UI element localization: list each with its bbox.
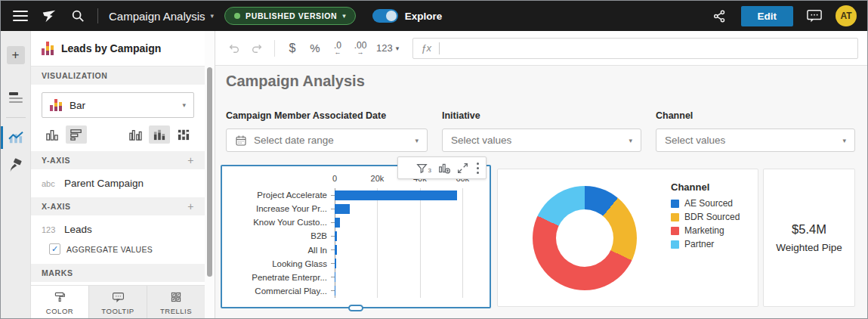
chevron-down-icon: ▾: [629, 137, 632, 144]
tab-tooltip[interactable]: TOOLTIP: [89, 286, 147, 319]
add-y-axis-field-button[interactable]: +: [187, 154, 194, 166]
legend-title: Channel: [671, 181, 740, 193]
kpi-value: $5.4M: [792, 222, 826, 237]
bar[interactable]: [335, 218, 340, 228]
search-icon[interactable]: [69, 7, 87, 25]
bar[interactable]: [335, 286, 335, 296]
add-page-button[interactable]: +: [7, 46, 25, 64]
number-format-select[interactable]: 123 ▾: [373, 42, 402, 54]
redo-icon[interactable]: [247, 39, 267, 58]
text-type-icon: abc: [42, 179, 58, 188]
element-config-icon[interactable]: [1, 124, 31, 151]
bar[interactable]: [335, 245, 337, 255]
decrease-decimal-icon[interactable]: .0←: [328, 39, 348, 58]
filter-initiative: Initiative Select values ▾: [442, 110, 641, 152]
x-axis-field[interactable]: 123 Leads: [31, 215, 205, 243]
legend-item: Partner: [671, 239, 740, 249]
bar[interactable]: [335, 204, 350, 214]
explore-label: Explore: [405, 11, 443, 22]
workbook-title-menu[interactable]: Campaign Analysis ▾: [109, 10, 214, 23]
tooltip-icon: [112, 291, 125, 303]
currency-format-icon[interactable]: $: [283, 39, 302, 58]
fx-icon: ƒx: [421, 42, 431, 54]
app-logo-icon[interactable]: [40, 7, 58, 25]
legend-label: AE Sourced: [684, 198, 733, 209]
scrollbar-thumb[interactable]: [207, 67, 212, 277]
donut-chart: [533, 186, 637, 290]
published-version-badge[interactable]: PUBLISHED VERSION ▾: [224, 7, 356, 25]
filter-count: 3: [428, 167, 431, 174]
status-dot-icon: [234, 13, 240, 19]
page-title: Campaign Analysis: [226, 73, 365, 90]
increase-decimal-icon[interactable]: .00→: [351, 39, 370, 58]
format-brush-icon[interactable]: [1, 151, 31, 178]
maximize-icon[interactable]: [456, 157, 470, 178]
viz-type-select[interactable]: Bar ▾: [42, 92, 194, 118]
legend-swatch: [671, 200, 679, 208]
menu-icon[interactable]: [11, 7, 29, 25]
channel-select[interactable]: Select values ▾: [656, 129, 855, 152]
chevron-down-icon: ▾: [842, 137, 846, 144]
outline-icon[interactable]: [1, 84, 31, 111]
add-x-axis-field-button[interactable]: +: [187, 200, 194, 212]
chevron-down-icon: ▾: [396, 45, 400, 52]
explore-toggle-group: Explore: [372, 9, 443, 23]
filter-icon[interactable]: 3: [415, 157, 433, 178]
chart-legend: Channel AE SourcedBDR SourcedMarketingPa…: [671, 181, 740, 252]
formula-bar[interactable]: ƒx: [412, 38, 858, 59]
undo-icon[interactable]: [224, 39, 244, 58]
bar-row: B2B: [228, 229, 477, 243]
paint-roller-icon: [54, 291, 66, 303]
stacked-bar-icon[interactable]: [149, 125, 170, 144]
bar[interactable]: [335, 272, 335, 282]
date-range-select[interactable]: Select date range ▾: [226, 129, 428, 152]
marks-section-header: MARKS: [31, 264, 205, 282]
percent-stacked-bar-icon[interactable]: [173, 125, 194, 144]
bar-row: Penetrate Enterpr...: [228, 271, 477, 284]
category-label: B2B: [228, 231, 327, 240]
marks-tabs: COLOR TOOLTIP: [31, 285, 205, 319]
x-tick-label: 0: [332, 174, 337, 183]
chevron-down-icon: ▾: [415, 137, 419, 144]
legend-item: AE Sourced: [671, 198, 740, 209]
drag-handle-icon[interactable]: [402, 157, 411, 178]
format-toolbar: $ % .0← .00→ 123 ▾ ƒx: [215, 31, 867, 66]
workbook-title: Campaign Analysis: [109, 10, 205, 23]
percent-format-icon[interactable]: %: [305, 39, 325, 58]
bar[interactable]: [335, 190, 457, 200]
legend-label: BDR Sourced: [684, 212, 740, 222]
tab-color[interactable]: COLOR: [31, 286, 89, 319]
initiative-select[interactable]: Select values ▾: [442, 129, 641, 152]
share-icon[interactable]: [711, 7, 729, 25]
app-window: Campaign Analysis ▾ PUBLISHED VERSION ▾ …: [0, 0, 868, 319]
donut-chart-card[interactable]: Channel AE SourcedBDR SourcedMarketingPa…: [497, 169, 758, 307]
filter-date: Campaign Member Associated Date: [226, 110, 428, 152]
edit-button[interactable]: Edit: [741, 6, 794, 26]
grouped-bar-icon[interactable]: [125, 125, 146, 144]
more-options-icon[interactable]: [474, 157, 482, 178]
aggregate-values-row: ✓ AGGREGATE VALUES: [31, 243, 205, 264]
bar[interactable]: [335, 231, 337, 241]
kpi-label: Weighted Pipe: [776, 242, 842, 253]
tab-trellis[interactable]: TRELLIS: [147, 286, 205, 319]
bar-chart-card[interactable]: 020k40k60k Project AccelerateIncrease Yo…: [221, 165, 491, 308]
number-type-icon: 123: [42, 225, 58, 234]
horizontal-bar-icon[interactable]: [66, 125, 87, 144]
x-axis-section-header: X-AXIS +: [31, 197, 205, 215]
explore-toggle[interactable]: [372, 9, 398, 23]
vertical-bar-icon[interactable]: [42, 125, 63, 144]
aggregate-values-checkbox[interactable]: ✓: [49, 243, 60, 255]
y-axis-section-header: Y-AXIS +: [31, 151, 205, 169]
y-axis-field[interactable]: abc Parent Campaign: [31, 169, 205, 197]
kpi-card[interactable]: $5.4M Weighted Pipe: [763, 169, 855, 307]
avatar[interactable]: AT: [836, 5, 857, 26]
create-child-chart-icon[interactable]: [437, 157, 453, 178]
comments-icon[interactable]: [805, 7, 823, 25]
panel-scrollbar: [205, 31, 215, 319]
bar[interactable]: [335, 259, 336, 268]
resize-handle[interactable]: [348, 305, 363, 311]
bar-row: All In: [228, 243, 477, 257]
bar-row: Project Accelerate: [228, 188, 477, 202]
category-label: Looking Glass: [228, 259, 327, 268]
element-selection-toolbar: 3: [397, 156, 487, 179]
